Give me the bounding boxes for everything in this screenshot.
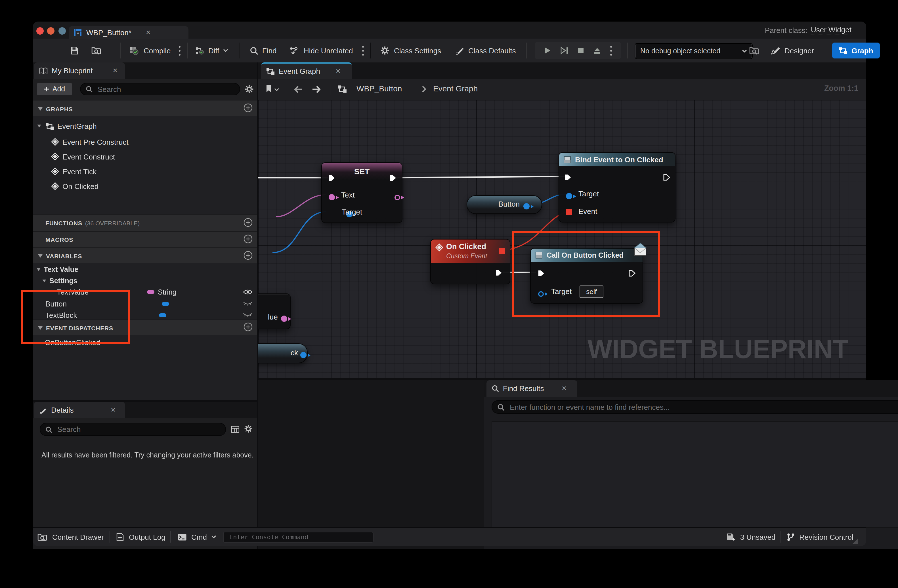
tab-find-results[interactable]: Find Results ✕ [486, 380, 577, 397]
find-button[interactable]: Find [250, 38, 277, 63]
text-out-pin-icon[interactable] [395, 195, 400, 200]
details-search-input[interactable] [56, 425, 220, 434]
exec-in-pin[interactable] [564, 173, 572, 181]
find-references-search[interactable] [492, 400, 898, 414]
debug-object-dropdown[interactable]: No debug object selected [635, 43, 753, 59]
section-functions[interactable]: FUNCTIONS (36 OVERRIDABLE) [33, 215, 258, 232]
add-function-icon[interactable] [243, 218, 252, 227]
console-command-field[interactable] [223, 532, 374, 543]
chevron-down-icon[interactable] [274, 88, 279, 91]
add-variable-icon[interactable] [243, 251, 252, 260]
node-partial-textblock[interactable]: ck [258, 343, 308, 363]
variable-category-text-value[interactable]: Text Value [33, 263, 258, 275]
diff-button[interactable]: Diff [195, 38, 229, 63]
eye-closed-icon[interactable] [243, 312, 252, 318]
node-on-clicked-event[interactable]: On Clicked Custom Event [430, 239, 510, 284]
asset-tab[interactable]: WBP_Button* ✕ [69, 26, 188, 38]
save-icon[interactable] [71, 46, 79, 55]
close-icon[interactable]: ✕ [111, 406, 116, 414]
close-icon[interactable]: ✕ [335, 68, 341, 75]
breadcrumb-leaf[interactable]: Event Graph [433, 84, 478, 93]
browse-asset-icon[interactable] [91, 46, 101, 54]
hide-unrelated-options-icon[interactable] [362, 46, 364, 55]
console-command-input[interactable] [228, 533, 368, 542]
eye-closed-icon[interactable] [243, 301, 252, 307]
close-icon[interactable]: ✕ [113, 67, 118, 74]
collapse-triangle-icon[interactable] [38, 107, 43, 111]
collapse-triangle-icon[interactable] [38, 254, 43, 258]
forward-arrow-icon[interactable] [311, 85, 321, 94]
parent-class-link[interactable]: User Widget [811, 25, 852, 35]
class-defaults-button[interactable]: Class Defaults [455, 38, 516, 63]
minimize-window-button[interactable] [47, 27, 54, 34]
graph-canvas[interactable]: WIDGET BLUEPRINT lue [258, 100, 866, 378]
resize-grip-icon[interactable] [852, 538, 858, 544]
add-button[interactable]: Add [37, 83, 72, 95]
output-log-button[interactable]: Output Log [116, 528, 166, 546]
close-window-button[interactable] [36, 27, 43, 34]
tree-item-eventgraph[interactable]: EventGraph [33, 118, 258, 134]
eject-icon[interactable] [594, 47, 601, 54]
node-partial-textvalue[interactable]: lue [258, 293, 291, 329]
class-settings-button[interactable]: Class Settings [380, 38, 441, 63]
stop-icon[interactable] [578, 47, 584, 54]
section-variables[interactable]: VARIABLES [33, 247, 258, 264]
text-pin-icon[interactable] [329, 194, 335, 200]
panel-settings-gear-icon[interactable] [244, 84, 254, 94]
collapse-triangle-icon[interactable] [43, 279, 46, 282]
exec-out-pin[interactable] [663, 173, 670, 181]
close-icon[interactable]: ✕ [562, 385, 567, 392]
play-icon[interactable] [544, 46, 551, 54]
cmd-dropdown[interactable]: Cmd [178, 528, 217, 546]
node-get-button[interactable]: Button [467, 195, 542, 214]
tree-item-event-tick[interactable]: Event Tick [33, 164, 258, 179]
find-references-input[interactable] [509, 402, 898, 412]
details-settings-gear-icon[interactable] [244, 425, 252, 433]
back-arrow-icon[interactable] [294, 85, 304, 94]
target-pin-icon[interactable] [566, 193, 572, 199]
tree-item-on-clicked[interactable]: On Clicked [33, 179, 258, 193]
node-bind-event[interactable]: Bind Event to On Clicked Target Event [558, 152, 675, 223]
my-blueprint-search[interactable] [80, 83, 240, 95]
step-icon[interactable] [560, 46, 569, 54]
exec-in-pin[interactable] [328, 174, 335, 182]
close-icon[interactable]: ✕ [146, 29, 151, 36]
pin-blue-icon[interactable] [523, 203, 530, 209]
exec-out-pin[interactable] [389, 174, 397, 182]
eye-open-icon[interactable] [243, 289, 252, 295]
revision-control-button[interactable]: Revision Control [787, 528, 853, 546]
zoom-window-button[interactable] [58, 27, 66, 34]
designer-button[interactable]: Designer [771, 38, 814, 63]
details-search[interactable] [40, 423, 226, 436]
compile-options-icon[interactable] [178, 46, 180, 55]
event-pin-icon[interactable] [566, 209, 572, 215]
pin-blue-icon[interactable] [300, 352, 306, 358]
add-macro-icon[interactable] [243, 234, 252, 244]
graph-mode-button[interactable]: Graph [832, 43, 880, 58]
section-graphs[interactable]: GRAPHS [33, 100, 258, 117]
exec-out-pin[interactable] [495, 269, 502, 276]
browse-debug-icon[interactable] [749, 46, 759, 54]
my-blueprint-search-input[interactable] [97, 84, 234, 94]
tree-item-event-construct[interactable]: Event Construct [33, 149, 258, 164]
pin-pink-icon[interactable] [281, 316, 287, 322]
content-drawer-button[interactable]: Content Drawer [37, 528, 104, 546]
display-filter-icon[interactable] [231, 426, 240, 433]
tree-item-event-pre-construct[interactable]: Event Pre Construct [33, 135, 258, 149]
hide-unrelated-button[interactable]: Hide Unrelated [289, 38, 364, 63]
unsaved-button[interactable]: 3 Unsaved [727, 528, 775, 546]
play-options-icon[interactable] [610, 46, 612, 55]
add-dispatcher-icon[interactable] [243, 322, 252, 332]
collapse-triangle-icon[interactable] [37, 268, 41, 271]
tab-event-graph[interactable]: Event Graph ✕ [261, 63, 352, 79]
node-set-text[interactable]: SET Text Target [321, 162, 403, 223]
delegate-pin-icon[interactable] [499, 248, 505, 254]
breadcrumb-root[interactable]: WBP_Button [357, 84, 402, 93]
tab-my-blueprint[interactable]: My Blueprint ✕ [34, 63, 125, 79]
section-macros[interactable]: MACROS [33, 231, 258, 248]
bookmark-icon[interactable] [266, 84, 272, 93]
compile-button[interactable]: Compile [129, 38, 180, 63]
add-graph-icon[interactable] [243, 103, 252, 112]
tab-details[interactable]: Details ✕ [34, 402, 125, 418]
variable-subcategory-settings[interactable]: Settings [33, 275, 258, 286]
